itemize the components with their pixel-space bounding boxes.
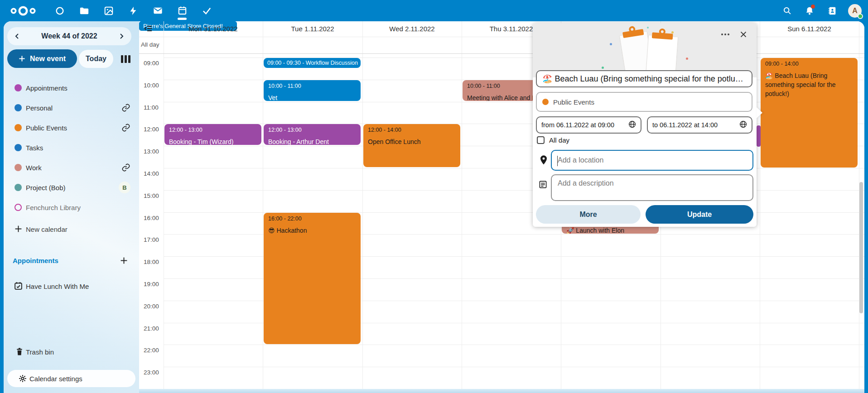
new-event-label: New event — [30, 55, 66, 63]
close-icon[interactable] — [738, 29, 749, 40]
calendar-color-dot — [14, 104, 22, 111]
today-button[interactable]: Today — [79, 50, 113, 68]
event-title-input[interactable]: 🏖️ Beach Luau (Bring something special f… — [536, 70, 752, 87]
appointments-section-title: Appointments — [13, 257, 58, 264]
nextcloud-logo-icon[interactable] — [9, 5, 37, 17]
add-appointment-button[interactable] — [117, 254, 130, 267]
time-label: 16:00 — [144, 215, 159, 221]
view-switcher-icon[interactable] — [120, 53, 131, 64]
timezone-globe-icon[interactable] — [739, 120, 747, 129]
event-hackathon[interactable]: 16:00 - 22:00 😎 Hackathon — [264, 213, 361, 344]
sidebar-calendar-public-events[interactable]: Public Events — [4, 118, 139, 138]
update-button[interactable]: Update — [646, 205, 753, 224]
sidebar-calendar-work[interactable]: Work — [4, 158, 139, 177]
time-label: 12:00 — [144, 126, 159, 133]
sidebar-calendar-personal[interactable]: Personal — [4, 98, 139, 118]
calendar-color-dot-outline — [14, 204, 22, 211]
vertical-scrollbar[interactable] — [859, 182, 863, 313]
time-label: 09:00 — [144, 60, 159, 67]
grid-bottom-fade — [139, 389, 864, 393]
time-label: 22:00 — [144, 347, 159, 354]
actions-menu-icon[interactable] — [719, 29, 731, 40]
appointments-section: Appointments — [4, 251, 139, 271]
notification-badge — [811, 5, 815, 9]
time-label: 20:00 — [144, 303, 159, 310]
grid-vline — [263, 21, 263, 389]
dashboard-app-icon[interactable] — [51, 0, 69, 21]
calendar-color-dot — [14, 164, 22, 171]
confetti-dot — [602, 67, 604, 69]
location-input[interactable] — [552, 156, 752, 164]
shared-link-icon[interactable] — [121, 123, 130, 134]
timezone-globe-icon[interactable] — [628, 120, 636, 129]
tasks-app-icon[interactable] — [198, 0, 216, 21]
top-bar-right: A — [779, 0, 863, 21]
trash-bin-button[interactable]: Trash bin — [4, 342, 139, 362]
calendar-select[interactable]: Public Events — [536, 92, 752, 112]
description-field — [551, 174, 753, 201]
new-event-button[interactable]: New event — [7, 49, 77, 68]
event-workflow-discussion[interactable]: 09:00 - 09:30 - Workflow Discussion — [264, 58, 361, 68]
next-week-button[interactable] — [114, 29, 129, 43]
calendar-color-dot — [14, 184, 22, 191]
time-label: 21:00 — [144, 325, 159, 332]
mail-app-icon[interactable] — [149, 0, 167, 21]
confetti-dot — [671, 31, 674, 34]
activity-app-icon[interactable] — [124, 0, 142, 21]
sidebar-calendar-fenchurch-library[interactable]: Fenchurch Library — [4, 197, 139, 217]
contacts-icon[interactable] — [825, 0, 840, 21]
new-calendar-button[interactable]: New calendar — [4, 219, 139, 239]
notifications-bell-icon[interactable] — [802, 0, 817, 21]
start-date-input[interactable]: from 06.11.2022 at 09:00 — [536, 116, 641, 134]
files-app-icon[interactable] — [75, 0, 93, 21]
day-header-tue: Tue 1.11.2022 — [263, 24, 362, 34]
search-icon[interactable] — [779, 0, 795, 21]
calendar-app-icon-active[interactable] — [173, 0, 191, 21]
event-beach-luau[interactable]: 09:00 - 14:00 🏖️ Beach Luau (Bring somet… — [761, 58, 858, 168]
appointment-item-have-lunch[interactable]: Have Lunch With Me — [4, 276, 139, 296]
user-avatar[interactable]: A — [847, 0, 863, 21]
previous-week-button[interactable] — [10, 29, 24, 43]
event-vet[interactable]: 10:00 - 11:00 Vet — [264, 80, 361, 101]
gear-icon — [19, 374, 27, 384]
event-booking-tim-wizard[interactable]: 12:00 - 13:00 Booking - Tim (Wizard) — [164, 124, 261, 145]
confetti-dot — [647, 27, 649, 29]
sidebar-calendar-project-bob[interactable]: Project (Bob) B — [4, 177, 139, 197]
description-document-icon — [539, 180, 547, 191]
all-day-checkbox[interactable]: All day — [537, 136, 569, 144]
calendar-settings-button[interactable]: Calendar settings — [7, 370, 135, 387]
collapse-all-day-icon[interactable] — [144, 25, 152, 34]
shared-link-icon[interactable] — [121, 163, 130, 174]
grid-vline — [164, 21, 164, 389]
hour-line — [164, 190, 864, 191]
photos-app-icon[interactable] — [100, 0, 118, 21]
time-label: 15:00 — [144, 192, 159, 199]
avatar-letter: A — [852, 7, 858, 15]
more-button[interactable]: More — [536, 205, 641, 224]
hour-line — [164, 102, 864, 102]
hour-line — [164, 168, 864, 168]
time-label: 19:00 — [144, 281, 159, 288]
end-date-input[interactable]: to 06.11.2022 at 14:00 — [647, 116, 752, 134]
time-label: 18:00 — [144, 259, 159, 265]
confetti-dot — [686, 58, 688, 60]
all-day-row-label: All day — [141, 41, 159, 48]
time-label: 10:00 — [144, 82, 159, 89]
shared-link-icon[interactable] — [121, 103, 130, 114]
sidebar-calendar-appointments[interactable]: Appointments — [4, 78, 139, 98]
description-input[interactable] — [552, 175, 752, 200]
time-label: 13:00 — [144, 148, 159, 155]
event-open-office-lunch[interactable]: 12:00 - 14:00 Open Office Lunch — [363, 124, 460, 167]
calendar-color-dot — [542, 99, 549, 105]
calendar-color-dot — [14, 144, 22, 151]
week-navigation: Week 44 of 2022 — [7, 27, 131, 45]
event-editor-popup: 🏖️ Beach Luau (Bring something special f… — [533, 23, 757, 227]
top-bar: A — [0, 0, 868, 21]
event-booking-arthur-dent[interactable]: 12:00 - 13:00 Booking - Arthur Dent — [264, 124, 361, 145]
day-header-sun: Sun 6.11.2022 — [760, 24, 859, 34]
sidebar-calendar-tasks[interactable]: Tasks — [4, 138, 139, 158]
week-title[interactable]: Week 44 of 2022 — [41, 32, 97, 40]
checkbox-unchecked[interactable] — [537, 136, 545, 144]
event-partially-hidden[interactable] — [757, 125, 761, 147]
day-header-mon: Mon 31.10.2022 — [164, 24, 263, 34]
